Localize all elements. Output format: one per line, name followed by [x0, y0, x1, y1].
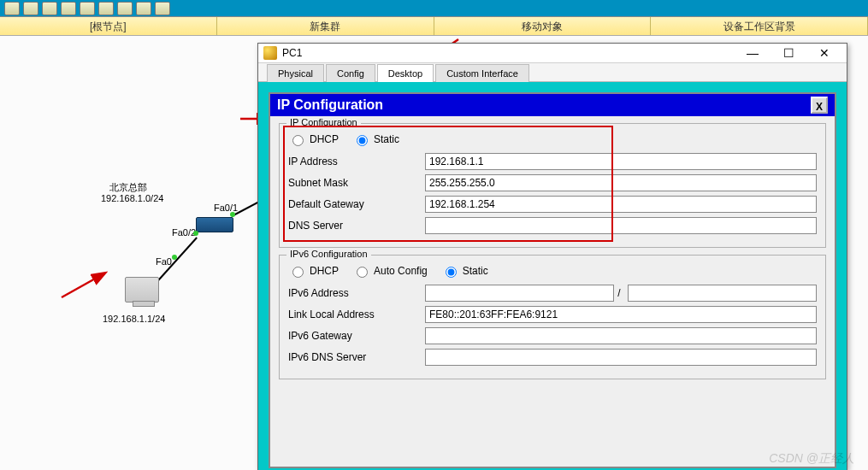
tab-config[interactable]: Config	[326, 64, 375, 82]
ipv6-static-radio[interactable]: Static	[441, 264, 488, 278]
ipv4-static-radio[interactable]: Static	[352, 132, 399, 146]
port-fa0-1: Fa0/1	[214, 203, 238, 213]
toolbar-icon[interactable]	[117, 2, 133, 15]
outer-toolbar	[0, 0, 868, 17]
dns-server-label: DNS Server	[288, 220, 425, 232]
ipv6-address-label: IPv6 Address	[288, 287, 425, 299]
ipv6-gateway-input[interactable]	[425, 327, 817, 344]
link-status-icon	[230, 212, 235, 217]
toolbar-icon[interactable]	[136, 2, 151, 15]
ip-address-label: IP Address	[288, 156, 425, 167]
ip-configuration-panel: IP Configuration X IP Configuration DHCP…	[269, 92, 836, 468]
menu-move-object[interactable]: 移动对象	[434, 17, 652, 35]
link-local-label: Link Local Address	[288, 308, 425, 320]
window-title: PC1	[282, 47, 734, 59]
ipv6-static-label: Static	[463, 265, 488, 277]
ip-configuration-title: IP Configuration	[277, 97, 383, 113]
ipv4-group-label: IP Configuration	[286, 117, 361, 127]
default-gateway-input[interactable]	[425, 196, 817, 213]
ipv6-dhcp-radio[interactable]: DHCP	[288, 264, 339, 278]
ipv6-dns-label: IPv6 DNS Server	[288, 351, 425, 363]
link-status-icon	[172, 255, 177, 260]
ipv6-gateway-label: IPv6 Gateway	[288, 330, 425, 342]
ipv4-dhcp-label: DHCP	[310, 133, 339, 145]
subnet-mask-input[interactable]	[425, 174, 817, 191]
dns-server-input[interactable]	[425, 217, 817, 234]
ipv6-group: IPv6 Configuration DHCP Auto Config Stat…	[279, 255, 826, 379]
tabstrip: Physical Config Desktop Custom Interface	[258, 63, 847, 82]
ipv4-static-label: Static	[374, 133, 399, 145]
ipv6-dhcp-label: DHCP	[310, 265, 339, 277]
maximize-button[interactable]: ☐	[771, 44, 806, 62]
ipv6-group-label: IPv6 Configuration	[286, 249, 371, 259]
watermark: CSDN @正经人	[769, 451, 854, 467]
site-subnet-label: 192.168.1.0/24	[101, 193, 163, 203]
subnet-mask-label: Subnet Mask	[288, 177, 425, 189]
tab-custom-interface[interactable]: Custom Interface	[435, 64, 529, 82]
site-label: 北京总部	[109, 181, 147, 194]
titlebar[interactable]: PC1 — ☐ ✕	[258, 44, 847, 63]
toolbar-icon[interactable]	[155, 2, 170, 15]
ip-configuration-titlebar[interactable]: IP Configuration X	[270, 94, 835, 116]
toolbar-icon[interactable]	[80, 2, 95, 15]
panel-close-button[interactable]: X	[811, 97, 828, 114]
ipv6-auto-radio[interactable]: Auto Config	[352, 264, 428, 278]
switch-device[interactable]	[196, 217, 233, 232]
tab-physical[interactable]: Physical	[267, 64, 324, 82]
prefix-separator: /	[614, 287, 623, 299]
ipv6-prefix-input[interactable]	[628, 285, 817, 302]
pc-ip-label: 192.168.1.1/24	[103, 314, 165, 324]
pc-window: PC1 — ☐ ✕ Physical Config Desktop Custom…	[257, 43, 847, 470]
menu-root-node[interactable]: [根节点]	[0, 17, 217, 35]
tab-desktop[interactable]: Desktop	[377, 64, 434, 82]
ipv6-dns-input[interactable]	[425, 349, 817, 366]
ipv4-group: IP Configuration DHCP Static IP Address …	[279, 123, 826, 248]
desktop-area: IP Configuration X IP Configuration DHCP…	[258, 82, 847, 470]
minimize-button[interactable]: —	[735, 44, 770, 62]
toolbar-icon[interactable]	[4, 2, 20, 15]
ipv6-address-input[interactable]	[425, 285, 614, 302]
toolbar-icon[interactable]	[42, 2, 57, 15]
ipv4-dhcp-radio[interactable]: DHCP	[288, 132, 339, 146]
link-local-input[interactable]	[425, 306, 817, 323]
toolbar-icon[interactable]	[98, 2, 114, 15]
menu-workspace-bg[interactable]: 设备工作区背景	[651, 17, 868, 35]
pc-device[interactable]	[125, 277, 159, 303]
default-gateway-label: Default Gateway	[288, 198, 425, 210]
svg-line-0	[62, 273, 104, 297]
app-icon	[263, 46, 277, 60]
toolbar-icon[interactable]	[23, 2, 38, 15]
port-fa0-2: Fa0/2	[172, 227, 196, 238]
annotation-arrow-icon	[60, 267, 111, 301]
link-status-icon	[193, 231, 198, 236]
menu-new-cluster[interactable]: 新集群	[217, 17, 434, 35]
ipv6-auto-label: Auto Config	[374, 265, 428, 277]
ip-address-input[interactable]	[425, 153, 817, 170]
close-button[interactable]: ✕	[807, 44, 841, 62]
toolbar-icon[interactable]	[61, 2, 76, 15]
menu-strip: [根节点] 新集群 移动对象 设备工作区背景	[0, 17, 868, 36]
